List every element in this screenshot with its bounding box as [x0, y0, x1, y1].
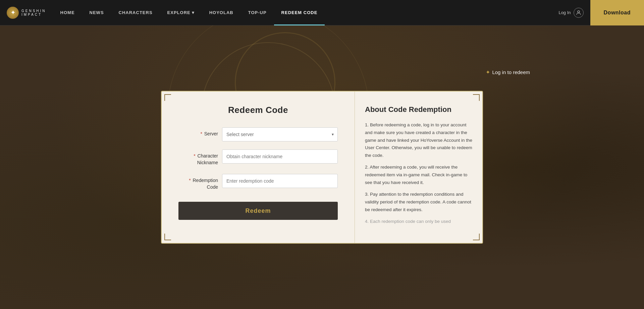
svg-point-0 [578, 11, 580, 13]
modal-left-panel: Redeem Code * Server Select server ▾ [162, 91, 355, 243]
character-form-group: * CharacterNickname [178, 149, 338, 166]
required-star-character: * [194, 153, 195, 159]
nav-characters[interactable]: CHARACTERS [111, 0, 160, 25]
about-title: About Code Redemption [365, 105, 472, 115]
chevron-down-icon: ▾ [192, 10, 195, 15]
redemption-code-form-group: * RedemptionCode [178, 174, 338, 190]
about-point-3: 3. Pay attention to the redemption condi… [365, 191, 472, 214]
login-button[interactable]: Log In [552, 0, 590, 25]
server-select-wrapper: Select server ▾ [222, 127, 338, 141]
character-label: * CharacterNickname [178, 149, 222, 166]
nav-redeem-code[interactable]: REDEEM CODE [274, 0, 325, 25]
nav-home[interactable]: HOME [53, 0, 82, 25]
server-select[interactable]: Select server [222, 127, 338, 141]
redeem-modal: Redeem Code * Server Select server ▾ [161, 91, 483, 244]
nav-explore[interactable]: EXPLORE ▾ [160, 0, 202, 25]
corner-tl [164, 94, 171, 101]
logo-text: GENSHIN IMPACT [21, 9, 46, 16]
logo-icon: ✦ [7, 7, 19, 19]
server-label: * Server [178, 127, 222, 137]
nav-links: HOME NEWS CHARACTERS EXPLORE ▾ HoYoLAB T… [53, 0, 552, 25]
redemption-label: * RedemptionCode [178, 174, 222, 190]
user-icon [574, 8, 584, 18]
redeem-button[interactable]: Redeem [178, 202, 338, 220]
modal-right-panel: About Code Redemption 1. Before redeemin… [355, 91, 482, 243]
nav-news[interactable]: NEWS [82, 0, 111, 25]
about-point-4: 4. Each redemption code can only be used [365, 218, 472, 226]
about-point-1: 1. Before redeeming a code, log in to yo… [365, 121, 472, 160]
logo-link[interactable]: ✦ GENSHIN IMPACT [0, 7, 53, 19]
hero-background: ✦ Log in to redeem Redeem Code * Server [0, 25, 644, 309]
corner-bl [164, 234, 171, 240]
nav-topup[interactable]: TOP-UP [241, 0, 274, 25]
required-star-server: * [200, 131, 202, 136]
nav-right: Log In Download [552, 0, 644, 25]
modal-overlay: Redeem Code * Server Select server ▾ [0, 25, 644, 309]
server-form-group: * Server Select server ▾ [178, 127, 338, 141]
redemption-code-input[interactable] [222, 174, 338, 188]
about-text: 1. Before redeeming a code, log in to yo… [365, 121, 472, 226]
about-point-2: 2. After redeeming a code, you will rece… [365, 164, 472, 187]
modal-title: Redeem Code [178, 105, 338, 115]
required-star-redemption: * [189, 178, 191, 183]
character-nickname-input[interactable] [222, 149, 338, 164]
download-button[interactable]: Download [590, 0, 644, 25]
navbar: ✦ GENSHIN IMPACT HOME NEWS CHARACTERS EX… [0, 0, 644, 25]
nav-hoyolab[interactable]: HoYoLAB [202, 0, 241, 25]
